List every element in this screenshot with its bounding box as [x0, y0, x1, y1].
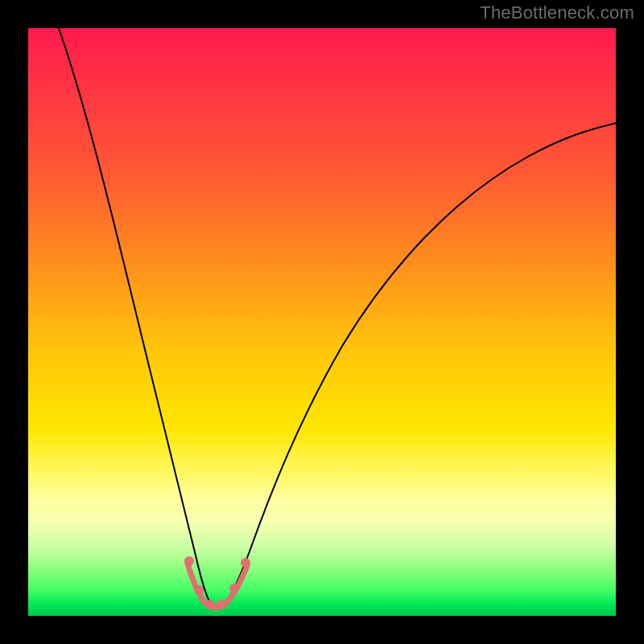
marker-dot — [241, 558, 250, 568]
marker-dot — [194, 585, 204, 595]
plot-area — [28, 28, 616, 616]
watermark-text: TheBottleneck.com — [480, 2, 634, 23]
marker-dot — [205, 600, 215, 609]
marker-dot — [217, 600, 226, 609]
bottleneck-curve — [59, 28, 616, 609]
marker-dot — [184, 556, 194, 566]
curve-svg — [28, 28, 616, 616]
marker-dot — [229, 584, 239, 593]
chart-root: TheBottleneck.com — [0, 0, 644, 644]
trough-highlight — [188, 564, 247, 608]
